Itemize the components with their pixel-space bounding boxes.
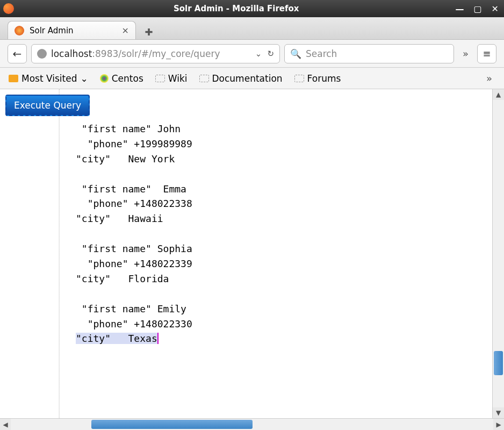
vscroll-track[interactable] (493, 100, 504, 407)
scroll-down-icon[interactable]: ▼ (493, 407, 504, 418)
window-title: Solr Admin - Mozilla Firefox (19, 4, 453, 13)
maximize-button[interactable]: ▢ (471, 4, 484, 14)
horizontal-scrollbar[interactable]: ◀ ▶ (0, 418, 504, 430)
reload-icon[interactable]: ↻ (267, 49, 274, 59)
browser-tab[interactable]: Solr Admin × (8, 21, 136, 39)
tabbar: Solr Admin × ✚ (0, 17, 504, 40)
page-icon (294, 75, 304, 82)
close-window-button[interactable]: ✕ (489, 4, 501, 14)
hscroll-track[interactable] (11, 419, 493, 430)
minimize-button[interactable]: — (453, 4, 466, 14)
folder-icon (9, 75, 18, 82)
bookmark-label: Centos (112, 73, 143, 84)
window-titlebar: Solr Admin - Mozilla Firefox — ▢ ✕ (0, 0, 504, 17)
menu-button[interactable]: ≡ (477, 44, 496, 63)
bookmark-bar: Most Visited ⌄ Centos Wiki Documentation… (0, 68, 504, 89)
url-text: localhost:8983/solr/#/my_core/query (51, 48, 251, 59)
scroll-up-icon[interactable]: ▲ (493, 89, 504, 100)
overflow-nav-button[interactable]: » (458, 48, 473, 59)
url-path: :8983/solr/#/my_core/query (92, 48, 220, 59)
dropdown-icon[interactable]: ⌄ (255, 49, 262, 59)
url-host: localhost (51, 48, 92, 59)
bookmark-documentation[interactable]: Documentation (198, 71, 284, 86)
query-panel: Execute Query (0, 89, 59, 418)
bookmark-label: Wiki (168, 73, 188, 84)
bookmark-label: Documentation (212, 73, 283, 84)
bookmark-centos[interactable]: Centos (99, 71, 145, 86)
tab-label: Solr Admin (30, 26, 74, 35)
search-bar[interactable]: 🔍 Search (284, 44, 454, 63)
close-tab-icon[interactable]: × (122, 25, 129, 35)
chevron-down-icon: ⌄ (80, 73, 88, 84)
back-button[interactable]: ← (8, 44, 27, 63)
centos-icon (100, 74, 109, 83)
bookmark-label: Most Visited (21, 73, 77, 84)
page-content: Execute Query "first name" John "phone" … (0, 89, 504, 418)
navbar: ← localhost:8983/solr/#/my_core/query ⌄ … (0, 40, 504, 68)
page-icon (155, 75, 165, 82)
execute-query-button[interactable]: Execute Query (5, 95, 90, 116)
scroll-left-icon[interactable]: ◀ (0, 419, 11, 430)
url-bar[interactable]: localhost:8983/solr/#/my_core/query ⌄ ↻ (31, 44, 280, 63)
firefox-icon (3, 3, 14, 14)
page-icon (199, 75, 209, 82)
search-placeholder: Search (306, 48, 337, 59)
new-tab-button[interactable]: ✚ (141, 24, 156, 39)
bookmark-label: Forums (307, 73, 341, 84)
vertical-scrollbar[interactable]: ▲ ▼ (492, 89, 504, 418)
globe-icon (37, 49, 47, 59)
bookmark-wiki[interactable]: Wiki (154, 71, 189, 86)
hscroll-thumb[interactable] (91, 420, 253, 429)
result-output[interactable]: "first name" John "phone" +199989989 "ci… (59, 89, 492, 418)
bookmark-most-visited[interactable]: Most Visited ⌄ (8, 71, 89, 86)
scroll-right-icon[interactable]: ▶ (493, 419, 504, 430)
bookmark-forums[interactable]: Forums (293, 71, 342, 86)
search-icon: 🔍 (290, 48, 301, 59)
overflow-bookmarks-button[interactable]: » (482, 73, 496, 84)
solr-icon (15, 26, 24, 35)
vscroll-thumb[interactable] (494, 351, 503, 375)
